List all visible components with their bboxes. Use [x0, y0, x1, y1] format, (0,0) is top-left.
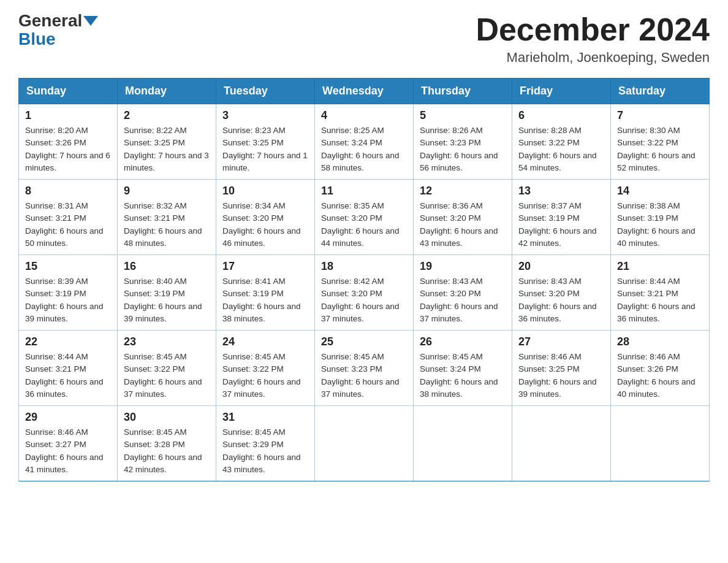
calendar-cell: 16Sunrise: 8:40 AMSunset: 3:19 PMDayligh…	[118, 255, 216, 331]
title-section: December 2024 Marieholm, Joenkoeping, Sw…	[476, 12, 710, 66]
day-info: Sunrise: 8:45 AMSunset: 3:22 PMDaylight:…	[124, 351, 210, 400]
day-number: 25	[321, 335, 407, 348]
day-number: 14	[617, 185, 703, 197]
calendar-cell: 14Sunrise: 8:38 AMSunset: 3:19 PMDayligh…	[611, 180, 710, 255]
month-title: December 2024	[476, 12, 710, 47]
page-header: General Blue December 2024 Marieholm, Jo…	[18, 12, 710, 66]
day-header-sunday: Sunday	[19, 79, 118, 104]
calendar-cell: 2Sunrise: 8:22 AMSunset: 3:25 PMDaylight…	[118, 104, 216, 180]
day-info: Sunrise: 8:23 AMSunset: 3:25 PMDaylight:…	[222, 124, 308, 174]
day-number: 11	[321, 185, 407, 197]
day-info: Sunrise: 8:32 AMSunset: 3:21 PMDaylight:…	[124, 200, 210, 250]
calendar-cell: 8Sunrise: 8:31 AMSunset: 3:21 PMDaylight…	[19, 180, 118, 255]
calendar-cell: 29Sunrise: 8:46 AMSunset: 3:27 PMDayligh…	[19, 406, 118, 481]
day-number: 24	[222, 335, 308, 348]
day-number: 27	[518, 335, 604, 348]
day-number: 9	[124, 185, 210, 197]
day-info: Sunrise: 8:38 AMSunset: 3:19 PMDaylight:…	[617, 200, 703, 250]
calendar-cell: 28Sunrise: 8:46 AMSunset: 3:26 PMDayligh…	[611, 331, 710, 406]
calendar-cell: 4Sunrise: 8:25 AMSunset: 3:24 PMDaylight…	[315, 104, 414, 180]
logo-triangle-icon	[83, 16, 98, 26]
calendar-cell: 10Sunrise: 8:34 AMSunset: 3:20 PMDayligh…	[216, 180, 315, 255]
day-header-saturday: Saturday	[611, 79, 710, 104]
calendar-cell	[512, 406, 611, 481]
day-info: Sunrise: 8:44 AMSunset: 3:21 PMDaylight:…	[617, 275, 703, 325]
day-info: Sunrise: 8:40 AMSunset: 3:19 PMDaylight:…	[124, 275, 210, 325]
calendar-cell: 12Sunrise: 8:36 AMSunset: 3:20 PMDayligh…	[414, 180, 512, 255]
calendar-cell: 30Sunrise: 8:45 AMSunset: 3:28 PMDayligh…	[118, 406, 216, 481]
day-header-tuesday: Tuesday	[216, 79, 315, 104]
week-row-2: 8Sunrise: 8:31 AMSunset: 3:21 PMDaylight…	[19, 180, 710, 255]
day-info: Sunrise: 8:30 AMSunset: 3:22 PMDaylight:…	[617, 124, 703, 174]
day-number: 4	[321, 109, 407, 122]
day-number: 5	[420, 109, 506, 122]
calendar-cell: 21Sunrise: 8:44 AMSunset: 3:21 PMDayligh…	[611, 255, 710, 331]
day-number: 21	[617, 260, 703, 273]
calendar-cell: 27Sunrise: 8:46 AMSunset: 3:25 PMDayligh…	[512, 331, 611, 406]
day-number: 3	[222, 109, 308, 122]
day-number: 12	[420, 185, 506, 197]
day-info: Sunrise: 8:34 AMSunset: 3:20 PMDaylight:…	[222, 200, 308, 250]
day-info: Sunrise: 8:39 AMSunset: 3:19 PMDaylight:…	[25, 275, 111, 325]
day-info: Sunrise: 8:36 AMSunset: 3:20 PMDaylight:…	[420, 200, 506, 250]
day-info: Sunrise: 8:45 AMSunset: 3:29 PMDaylight:…	[222, 426, 308, 476]
day-info: Sunrise: 8:37 AMSunset: 3:19 PMDaylight:…	[518, 200, 604, 250]
calendar-cell: 15Sunrise: 8:39 AMSunset: 3:19 PMDayligh…	[19, 255, 118, 331]
day-number: 26	[420, 335, 506, 348]
day-info: Sunrise: 8:45 AMSunset: 3:28 PMDaylight:…	[124, 426, 210, 476]
calendar-cell: 24Sunrise: 8:45 AMSunset: 3:22 PMDayligh…	[216, 331, 315, 406]
calendar-cell: 17Sunrise: 8:41 AMSunset: 3:19 PMDayligh…	[216, 255, 315, 331]
day-info: Sunrise: 8:46 AMSunset: 3:25 PMDaylight:…	[518, 351, 604, 400]
calendar-cell: 1Sunrise: 8:20 AMSunset: 3:26 PMDaylight…	[19, 104, 118, 180]
calendar-cell: 22Sunrise: 8:44 AMSunset: 3:21 PMDayligh…	[19, 331, 118, 406]
day-info: Sunrise: 8:35 AMSunset: 3:20 PMDaylight:…	[321, 200, 407, 250]
day-number: 15	[25, 260, 111, 273]
calendar-cell	[414, 406, 512, 481]
calendar-cell	[611, 406, 710, 481]
logo-general-text: General	[18, 12, 98, 29]
calendar-cell: 18Sunrise: 8:42 AMSunset: 3:20 PMDayligh…	[315, 255, 414, 331]
day-number: 18	[321, 260, 407, 273]
day-header-friday: Friday	[512, 79, 611, 104]
location-text: Marieholm, Joenkoeping, Sweden	[476, 50, 710, 66]
calendar-cell: 31Sunrise: 8:45 AMSunset: 3:29 PMDayligh…	[216, 406, 315, 481]
day-number: 30	[124, 411, 210, 424]
day-info: Sunrise: 8:28 AMSunset: 3:22 PMDaylight:…	[518, 124, 604, 174]
day-info: Sunrise: 8:25 AMSunset: 3:24 PMDaylight:…	[321, 124, 407, 174]
day-header-wednesday: Wednesday	[315, 79, 414, 104]
calendar-header-row: SundayMondayTuesdayWednesdayThursdayFrid…	[19, 79, 710, 104]
day-info: Sunrise: 8:45 AMSunset: 3:22 PMDaylight:…	[222, 351, 308, 400]
logo: General Blue	[18, 12, 98, 48]
calendar-cell	[315, 406, 414, 481]
week-row-4: 22Sunrise: 8:44 AMSunset: 3:21 PMDayligh…	[19, 331, 710, 406]
day-number: 1	[25, 109, 111, 122]
calendar-cell: 26Sunrise: 8:45 AMSunset: 3:24 PMDayligh…	[414, 331, 512, 406]
calendar-cell: 13Sunrise: 8:37 AMSunset: 3:19 PMDayligh…	[512, 180, 611, 255]
calendar-table: SundayMondayTuesdayWednesdayThursdayFrid…	[18, 78, 710, 481]
day-number: 13	[518, 185, 604, 197]
day-number: 7	[617, 109, 703, 122]
calendar-cell: 7Sunrise: 8:30 AMSunset: 3:22 PMDaylight…	[611, 104, 710, 180]
calendar-cell: 6Sunrise: 8:28 AMSunset: 3:22 PMDaylight…	[512, 104, 611, 180]
day-info: Sunrise: 8:46 AMSunset: 3:27 PMDaylight:…	[25, 426, 111, 476]
day-header-thursday: Thursday	[414, 79, 512, 104]
day-number: 17	[222, 260, 308, 273]
week-row-3: 15Sunrise: 8:39 AMSunset: 3:19 PMDayligh…	[19, 255, 710, 331]
day-info: Sunrise: 8:22 AMSunset: 3:25 PMDaylight:…	[124, 124, 210, 174]
day-number: 16	[124, 260, 210, 273]
logo-blue-text: Blue	[18, 31, 56, 48]
day-number: 19	[420, 260, 506, 273]
calendar-cell: 11Sunrise: 8:35 AMSunset: 3:20 PMDayligh…	[315, 180, 414, 255]
week-row-1: 1Sunrise: 8:20 AMSunset: 3:26 PMDaylight…	[19, 104, 710, 180]
day-number: 22	[25, 335, 111, 348]
day-info: Sunrise: 8:42 AMSunset: 3:20 PMDaylight:…	[321, 275, 407, 325]
calendar-cell: 3Sunrise: 8:23 AMSunset: 3:25 PMDaylight…	[216, 104, 315, 180]
day-number: 2	[124, 109, 210, 122]
day-number: 28	[617, 335, 703, 348]
calendar-cell: 19Sunrise: 8:43 AMSunset: 3:20 PMDayligh…	[414, 255, 512, 331]
day-info: Sunrise: 8:26 AMSunset: 3:23 PMDaylight:…	[420, 124, 506, 174]
day-info: Sunrise: 8:41 AMSunset: 3:19 PMDaylight:…	[222, 275, 308, 325]
day-info: Sunrise: 8:43 AMSunset: 3:20 PMDaylight:…	[420, 275, 506, 325]
day-number: 20	[518, 260, 604, 273]
day-number: 29	[25, 411, 111, 424]
